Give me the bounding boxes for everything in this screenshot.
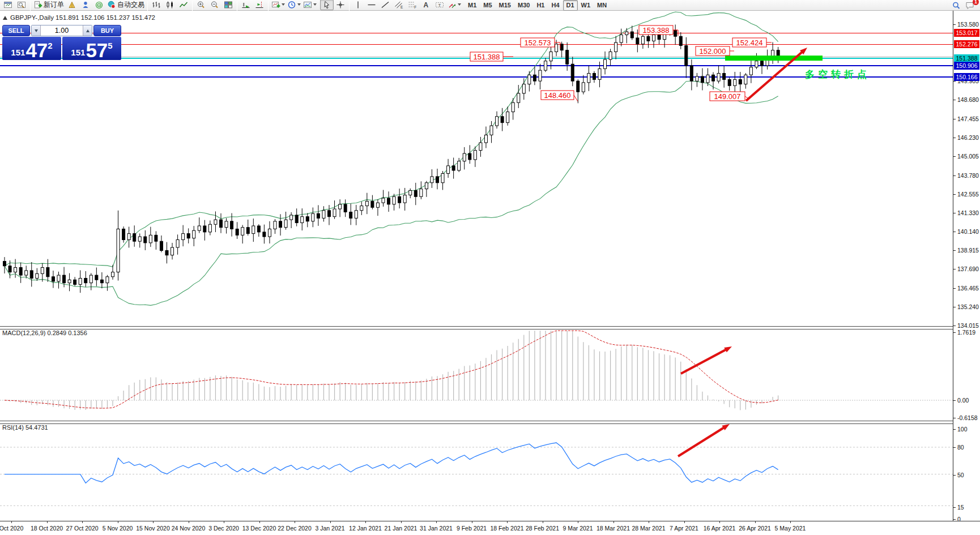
axis-tick bbox=[953, 81, 956, 82]
date-tick bbox=[118, 521, 118, 523]
support-highlight-bar[interactable] bbox=[725, 55, 823, 61]
timeframe-H1[interactable]: H1 bbox=[533, 0, 548, 11]
price-level-badge: 151.388 bbox=[954, 54, 979, 62]
buy-button[interactable]: BUY bbox=[93, 25, 121, 36]
autotrading-button[interactable]: 自动交易 bbox=[106, 0, 146, 10]
ask-integer: 151 bbox=[71, 48, 85, 57]
notification-badge: 1 bbox=[973, 0, 979, 5]
date-tick bbox=[790, 521, 791, 523]
date-tick bbox=[11, 521, 12, 523]
bull-bear-turning-point-annotation[interactable]: 多空转折点 bbox=[805, 69, 870, 80]
terminal-button[interactable] bbox=[79, 0, 92, 10]
sell-button[interactable]: SELL bbox=[2, 25, 30, 36]
cursor-button[interactable] bbox=[320, 0, 334, 10]
metaeditor-button[interactable] bbox=[65, 0, 79, 10]
timeframe-W1[interactable]: W1 bbox=[578, 0, 594, 11]
trend-arrow[interactable] bbox=[681, 346, 732, 374]
date-label: 31 Jan 2021 bbox=[420, 525, 453, 532]
vertical-line-button[interactable] bbox=[351, 0, 365, 10]
tile-windows-button[interactable] bbox=[221, 0, 235, 10]
axis-label: 140.140 bbox=[957, 228, 979, 235]
candlestick-chart-button[interactable] bbox=[163, 0, 177, 10]
bid-pip-digit: 2 bbox=[48, 41, 52, 50]
pane-divider[interactable] bbox=[0, 326, 980, 329]
axis-tick bbox=[953, 119, 956, 119]
svg-text:151.388: 151.388 bbox=[474, 53, 500, 61]
horizontal-line-button[interactable] bbox=[365, 0, 378, 10]
chevron-down-icon bbox=[313, 3, 317, 6]
price-chart-pane[interactable]: 153.388152.573151.388152.000152.424149.0… bbox=[0, 11, 953, 326]
crosshair-button[interactable] bbox=[334, 0, 347, 10]
timeframe-M1[interactable]: M1 bbox=[465, 0, 480, 11]
axis-tick bbox=[953, 269, 956, 269]
price-callout[interactable]: 152.000 bbox=[696, 46, 734, 55]
search-button[interactable] bbox=[949, 0, 963, 11]
ask-price[interactable]: 151 57 5 bbox=[62, 37, 121, 60]
macd-pane[interactable] bbox=[0, 328, 953, 421]
bid-integer: 151 bbox=[11, 48, 25, 57]
new-order-button[interactable]: 新订单 bbox=[32, 0, 65, 10]
axis-label: 135.240 bbox=[957, 303, 979, 310]
axis-label: 138.915 bbox=[957, 247, 979, 254]
signals-icon bbox=[95, 1, 104, 9]
symbol-info: GBPJPY-,Daily 151.891 152.106 151.237 15… bbox=[3, 14, 155, 21]
price-callout[interactable]: 149.007 bbox=[710, 92, 748, 101]
timeframe-D1[interactable]: D1 bbox=[563, 0, 578, 11]
candles bbox=[3, 24, 780, 293]
volume-down-button[interactable] bbox=[32, 25, 41, 36]
date-label: 7 Apr 2021 bbox=[670, 525, 698, 532]
date-label: 12 Jan 2021 bbox=[349, 525, 382, 532]
new-order-icon bbox=[33, 1, 42, 9]
bar-chart-button[interactable] bbox=[150, 0, 163, 10]
line-chart-button[interactable] bbox=[177, 0, 190, 10]
text-label-button[interactable]: T bbox=[433, 0, 446, 10]
arrows-button[interactable] bbox=[446, 0, 462, 10]
preview-button[interactable] bbox=[15, 0, 28, 10]
ask-pip-digit: 5 bbox=[108, 41, 112, 50]
rsi-pane[interactable] bbox=[0, 423, 953, 521]
chart-shift-button[interactable] bbox=[253, 0, 266, 10]
pane-divider[interactable] bbox=[0, 421, 980, 424]
price-callout[interactable]: 153.388 bbox=[639, 25, 678, 36]
text-button[interactable]: A bbox=[419, 0, 433, 10]
timeframe-MN[interactable]: MN bbox=[594, 0, 610, 11]
date-label: 9 Mar 2021 bbox=[563, 525, 593, 532]
equidistant-channel-button[interactable]: E bbox=[392, 0, 406, 10]
indicators-button[interactable] bbox=[270, 0, 286, 10]
trend-arrow[interactable] bbox=[678, 424, 730, 456]
signals-button[interactable] bbox=[92, 0, 106, 10]
timeframe-H4[interactable]: H4 bbox=[548, 0, 563, 11]
periods-button[interactable] bbox=[286, 0, 302, 10]
auto-scroll-button[interactable] bbox=[239, 0, 253, 10]
price-callout[interactable]: 152.573 bbox=[521, 38, 560, 49]
timeframe-M5[interactable]: M5 bbox=[480, 0, 495, 11]
date-label: 3 Dec 2020 bbox=[208, 525, 239, 532]
date-axis[interactable]: Oct 202018 Oct 202027 Oct 20205 Nov 2020… bbox=[0, 521, 980, 535]
templates-button[interactable] bbox=[302, 0, 318, 10]
date-label: 27 Oct 2020 bbox=[66, 525, 98, 532]
price-callout[interactable]: 151.388 bbox=[470, 52, 513, 61]
timeframe-M30[interactable]: M30 bbox=[514, 0, 533, 11]
toolbar-separator bbox=[147, 1, 148, 11]
chart-window-button[interactable] bbox=[1, 0, 15, 10]
equidistant-channel-icon: E bbox=[394, 1, 403, 9]
volume-up-button[interactable] bbox=[83, 25, 92, 36]
price-callout[interactable]: 148.460 bbox=[541, 91, 578, 101]
trendline-button[interactable] bbox=[378, 0, 392, 10]
macd-signal-line bbox=[5, 331, 778, 408]
price-level-badge: 150.906 bbox=[954, 62, 979, 70]
timeframe-M15[interactable]: M15 bbox=[496, 0, 514, 11]
price-axis[interactable]: 153.580149.905148.680147.455146.230145.0… bbox=[953, 11, 980, 521]
terminal-icon bbox=[81, 1, 90, 9]
triangle-up-icon bbox=[86, 29, 90, 32]
zoom-in-button[interactable] bbox=[194, 0, 208, 10]
text-icon: A bbox=[421, 1, 431, 9]
price-callout[interactable]: 152.424 bbox=[732, 38, 772, 47]
zoom-out-button[interactable] bbox=[208, 0, 221, 10]
axis-label: 137.690 bbox=[957, 266, 979, 272]
fibonacci-button[interactable]: F bbox=[406, 0, 419, 10]
date-label: 22 Dec 2020 bbox=[278, 525, 312, 532]
volume-input[interactable] bbox=[41, 25, 83, 36]
bid-price[interactable]: 151 47 2 bbox=[2, 37, 61, 60]
axis-tick bbox=[953, 138, 956, 138]
